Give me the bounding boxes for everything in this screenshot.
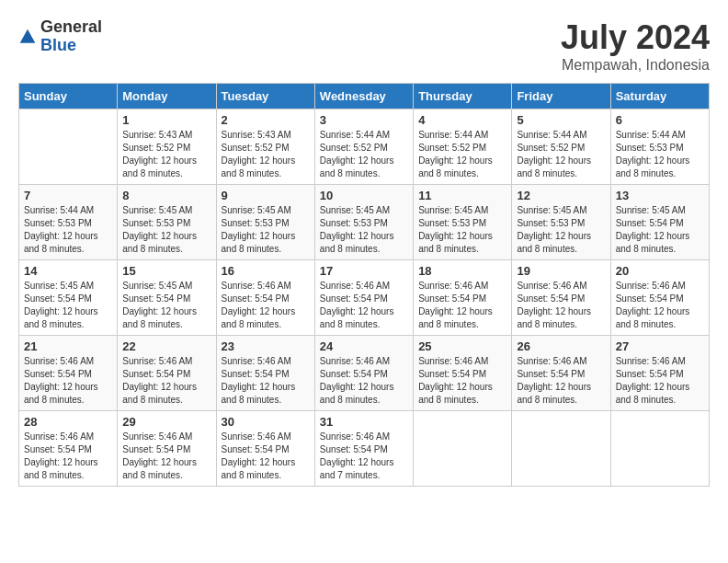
- table-row: 20Sunrise: 5:46 AMSunset: 5:54 PMDayligh…: [610, 260, 709, 336]
- table-row: 9Sunrise: 5:45 AMSunset: 5:53 PMDaylight…: [216, 185, 314, 260]
- daylight-text-cont: and 8 minutes.: [616, 168, 677, 178]
- day-info: Sunrise: 5:46 AMSunset: 5:54 PMDaylight:…: [122, 355, 210, 407]
- sunset-text: Sunset: 5:54 PM: [418, 369, 486, 379]
- sunrise-text: Sunrise: 5:46 AM: [517, 356, 586, 366]
- sunset-text: Sunset: 5:53 PM: [320, 218, 388, 228]
- sunset-text: Sunset: 5:54 PM: [320, 444, 388, 454]
- daylight-text-cont: and 8 minutes.: [320, 168, 381, 178]
- daylight-text-cont: and 8 minutes.: [24, 244, 85, 254]
- table-row: 11Sunrise: 5:45 AMSunset: 5:53 PMDayligh…: [414, 185, 512, 260]
- day-info: Sunrise: 5:44 AMSunset: 5:52 PMDaylight:…: [418, 129, 506, 180]
- day-number: 6: [616, 113, 704, 127]
- day-info: Sunrise: 5:44 AMSunset: 5:53 PMDaylight:…: [24, 204, 112, 256]
- table-row: 1Sunrise: 5:43 AMSunset: 5:52 PMDaylight…: [118, 109, 216, 185]
- logo-general: General: [40, 18, 102, 37]
- daylight-text-cont: and 8 minutes.: [320, 244, 381, 254]
- day-info: Sunrise: 5:46 AMSunset: 5:54 PMDaylight:…: [418, 355, 506, 407]
- day-info: Sunrise: 5:46 AMSunset: 5:54 PMDaylight:…: [122, 431, 210, 482]
- calendar-table: Sunday Monday Tuesday Wednesday Thursday…: [18, 83, 710, 487]
- calendar-week-row: 14Sunrise: 5:45 AMSunset: 5:54 PMDayligh…: [19, 260, 710, 336]
- sunrise-text: Sunrise: 5:46 AM: [418, 281, 488, 291]
- day-number: 28: [24, 415, 112, 429]
- sunset-text: Sunset: 5:54 PM: [222, 444, 290, 454]
- daylight-text: Daylight: 12 hours: [320, 382, 394, 392]
- sunrise-text: Sunrise: 5:44 AM: [24, 205, 94, 215]
- daylight-text-cont: and 8 minutes.: [616, 395, 677, 405]
- daylight-text: Daylight: 12 hours: [320, 231, 394, 241]
- daylight-text-cont: and 8 minutes.: [418, 168, 479, 178]
- daylight-text: Daylight: 12 hours: [320, 457, 394, 467]
- calendar-header-row: Sunday Monday Tuesday Wednesday Thursday…: [19, 84, 710, 109]
- sunset-text: Sunset: 5:54 PM: [122, 369, 190, 379]
- daylight-text: Daylight: 12 hours: [222, 155, 296, 166]
- sunset-text: Sunset: 5:54 PM: [24, 369, 92, 379]
- col-thursday: Thursday: [414, 84, 512, 109]
- sunset-text: Sunset: 5:52 PM: [222, 143, 290, 153]
- calendar-week-row: 7Sunrise: 5:44 AMSunset: 5:53 PMDaylight…: [19, 185, 710, 260]
- day-number: 3: [320, 113, 408, 127]
- sunset-text: Sunset: 5:54 PM: [122, 293, 190, 304]
- daylight-text: Daylight: 12 hours: [122, 457, 197, 467]
- day-number: 22: [122, 339, 210, 353]
- day-number: 20: [616, 264, 704, 278]
- sunset-text: Sunset: 5:53 PM: [517, 218, 585, 228]
- day-number: 10: [320, 189, 408, 202]
- day-number: 12: [517, 189, 605, 202]
- location: Mempawah, Indonesia: [561, 57, 710, 74]
- daylight-text: Daylight: 12 hours: [122, 155, 197, 166]
- daylight-text: Daylight: 12 hours: [517, 231, 591, 241]
- daylight-text: Daylight: 12 hours: [418, 231, 493, 241]
- calendar-week-row: 28Sunrise: 5:46 AMSunset: 5:54 PMDayligh…: [19, 411, 710, 487]
- day-info: Sunrise: 5:44 AMSunset: 5:52 PMDaylight:…: [517, 129, 605, 180]
- col-tuesday: Tuesday: [216, 84, 314, 109]
- daylight-text: Daylight: 12 hours: [24, 382, 98, 392]
- daylight-text: Daylight: 12 hours: [320, 306, 394, 316]
- sunrise-text: Sunrise: 5:46 AM: [320, 431, 390, 442]
- day-info: Sunrise: 5:45 AMSunset: 5:53 PMDaylight:…: [222, 204, 310, 256]
- day-info: Sunrise: 5:46 AMSunset: 5:54 PMDaylight:…: [616, 355, 704, 407]
- logo: General Blue: [18, 18, 102, 55]
- day-number: 26: [517, 339, 605, 353]
- day-number: 2: [222, 113, 310, 127]
- table-row: 7Sunrise: 5:44 AMSunset: 5:53 PMDaylight…: [19, 185, 118, 260]
- daylight-text: Daylight: 12 hours: [24, 457, 98, 467]
- sunset-text: Sunset: 5:54 PM: [320, 369, 388, 379]
- sunrise-text: Sunrise: 5:45 AM: [616, 205, 686, 215]
- sunset-text: Sunset: 5:54 PM: [122, 444, 190, 454]
- table-row: 26Sunrise: 5:46 AMSunset: 5:54 PMDayligh…: [512, 336, 610, 411]
- sunset-text: Sunset: 5:54 PM: [418, 293, 486, 304]
- sunrise-text: Sunrise: 5:45 AM: [517, 205, 586, 215]
- day-info: Sunrise: 5:46 AMSunset: 5:54 PMDaylight:…: [320, 280, 408, 331]
- daylight-text-cont: and 8 minutes.: [517, 395, 577, 405]
- daylight-text-cont: and 8 minutes.: [122, 395, 183, 405]
- table-row: 15Sunrise: 5:45 AMSunset: 5:54 PMDayligh…: [118, 260, 216, 336]
- day-info: Sunrise: 5:44 AMSunset: 5:53 PMDaylight:…: [616, 129, 704, 180]
- page-header: General Blue July 2024 Mempawah, Indones…: [18, 18, 710, 74]
- table-row: [414, 411, 512, 487]
- daylight-text: Daylight: 12 hours: [320, 155, 394, 166]
- sunset-text: Sunset: 5:52 PM: [122, 143, 190, 153]
- sunrise-text: Sunrise: 5:43 AM: [222, 130, 291, 140]
- table-row: 22Sunrise: 5:46 AMSunset: 5:54 PMDayligh…: [118, 336, 216, 411]
- svg-marker-0: [20, 29, 36, 42]
- title-block: July 2024 Mempawah, Indonesia: [561, 18, 710, 74]
- col-friday: Friday: [512, 84, 610, 109]
- day-info: Sunrise: 5:45 AMSunset: 5:54 PMDaylight:…: [616, 204, 704, 256]
- sunset-text: Sunset: 5:54 PM: [616, 293, 684, 304]
- daylight-text: Daylight: 12 hours: [222, 306, 296, 316]
- table-row: [512, 411, 610, 487]
- table-row: 24Sunrise: 5:46 AMSunset: 5:54 PMDayligh…: [314, 336, 413, 411]
- day-number: 9: [222, 189, 310, 202]
- sunrise-text: Sunrise: 5:44 AM: [320, 130, 390, 140]
- table-row: 14Sunrise: 5:45 AMSunset: 5:54 PMDayligh…: [19, 260, 118, 336]
- sunrise-text: Sunrise: 5:46 AM: [616, 281, 686, 291]
- daylight-text: Daylight: 12 hours: [122, 382, 197, 392]
- sunset-text: Sunset: 5:52 PM: [320, 143, 388, 153]
- sunrise-text: Sunrise: 5:45 AM: [122, 205, 192, 215]
- daylight-text: Daylight: 12 hours: [517, 155, 591, 166]
- day-number: 8: [122, 189, 210, 202]
- day-info: Sunrise: 5:46 AMSunset: 5:54 PMDaylight:…: [320, 431, 408, 482]
- daylight-text: Daylight: 12 hours: [616, 155, 690, 166]
- day-info: Sunrise: 5:45 AMSunset: 5:53 PMDaylight:…: [517, 204, 605, 256]
- table-row: 2Sunrise: 5:43 AMSunset: 5:52 PMDaylight…: [216, 109, 314, 185]
